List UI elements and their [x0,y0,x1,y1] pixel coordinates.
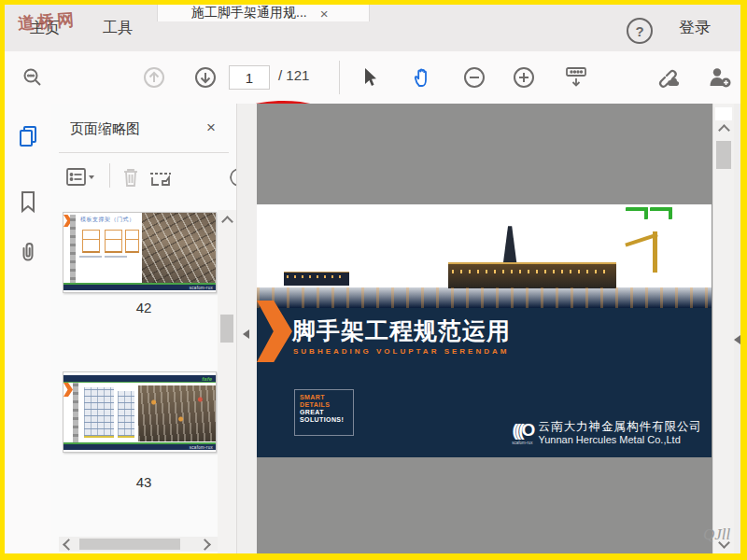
options-list-icon [65,167,97,188]
company-names: 云南大力神金属构件有限公司 Yunnan Hercules Metal Co.,… [539,420,703,446]
thumbnail-panel: 页面缩略图 × [51,104,236,553]
right-pane-edge [734,104,740,553]
page-thumbnails-nav-button[interactable] [16,124,40,148]
thumbnail-page-42-label: 42 [51,300,236,315]
panel-divider [59,152,229,153]
page-number-input[interactable]: 1 [229,65,270,90]
slide42-caption-bar [79,256,102,258]
panel-scroll-left-button[interactable] [61,537,76,552]
rotate-icon-partial[interactable] [221,165,236,189]
oil-rig-photo [257,213,712,308]
search-icon [21,66,44,89]
login-button[interactable]: 登录 [679,17,711,38]
slide43-footer: scafom-rux [63,444,216,450]
slide43-header-bar: fafe [63,375,216,383]
arrow-up-circle-icon [142,65,166,90]
hand-tool-button[interactable] [410,64,436,91]
platform-silhouette [448,262,616,288]
slide42-caption-bar [105,256,127,258]
search-button[interactable] [20,64,46,91]
collapse-right-pane-handle[interactable] [734,335,740,344]
panel-resize-strip[interactable] [236,104,258,553]
zoom-out-button[interactable] [461,64,487,91]
document-page: 脚手架工程规范运用 SUBHEADING VOLUPTAR SERENDAM S… [257,204,712,457]
chevron-left-icon [63,539,75,551]
tab-tools-label: 工具 [103,19,133,38]
paperclip-icon [17,240,39,264]
platform-lights [452,270,611,273]
company-name-en: Yunnan Hercules Metal Co.,Ltd [539,434,703,446]
thumbnail-page-42[interactable]: 模板支撑架（门式） scafom-rux [63,212,217,293]
slide43-scaffold-tower [84,387,114,438]
slide42-footer: scafom-rux [63,285,216,290]
slide-badge-box: SMART DETAILS GREAT SOLUTIONS! [294,389,354,436]
tab-document[interactable]: 施工脚手架通用规... × [157,5,370,21]
next-page-button[interactable] [192,64,218,91]
slide43-scaffold-tower [118,391,134,438]
previous-page-button[interactable] [141,64,167,91]
document-tab-title: 施工脚手架通用规... [191,5,307,21]
chevron-up-icon [221,216,233,228]
scrollbar-top-cap [715,107,732,120]
thumbnail-options-button[interactable] [64,165,98,189]
slide42-title: 模板支撑架（门式） [80,216,135,224]
panel-toolbar-separator [109,163,110,188]
share-link-button[interactable] [655,64,681,91]
trash-icon [120,166,141,189]
app-inner: 主页 工具 施工脚手架通用规... × ? 登录 道桥网 [5,5,740,553]
toolbar-separator [339,61,340,94]
delete-pages-button[interactable] [119,165,143,189]
slide42-frame-diagram [105,230,122,253]
scafom-logo-glyph: (((O [512,420,532,440]
panel-scrollbar-thumb[interactable] [220,315,233,343]
collapse-panel-handle[interactable] [243,329,249,339]
main-scroll-up-button[interactable] [713,122,734,137]
zoom-in-button[interactable] [511,64,537,91]
page-thumbnails-icon [17,124,39,148]
navigation-rail [5,104,52,553]
panel-scroll-right-button[interactable] [197,537,212,552]
slide42-frame-diagram [125,230,139,253]
page-display-button[interactable] [563,64,589,91]
tab-bar: 主页 工具 施工脚手架通用规... × ? 登录 道桥网 [5,5,740,51]
watermark-top: 道桥网 [17,8,78,35]
main-scrollbar-thumb[interactable] [716,141,731,169]
panel-hscrollbar-thumb[interactable] [79,539,180,550]
close-tab-icon[interactable]: × [320,6,329,21]
company-logo-row: (((O scafom-rux 云南大力神金属构件有限公司 Yunnan Her… [512,420,702,446]
hand-tool-icon [412,66,434,89]
slide-chevron-icon [257,301,292,362]
cursor-arrow-icon [360,67,381,88]
person-add-icon [707,65,733,90]
panel-close-icon[interactable]: × [206,119,216,137]
document-view[interactable]: 脚手架工程规范运用 SUBHEADING VOLUPTAR SERENDAM S… [257,104,712,553]
page-count-label: / 121 [278,67,309,83]
chevron-right-icon [199,539,211,551]
select-tool-button[interactable] [358,64,384,91]
badge-line: SMART [300,394,353,401]
tab-tools[interactable]: 工具 [87,5,148,51]
zoom-in-icon [512,65,536,90]
help-button[interactable]: ? [627,18,653,44]
split-pages-button[interactable] [148,165,173,189]
panel-title: 页面缩略图 [70,120,140,138]
slide43-chevron-icon [63,383,73,397]
slide43-pole-image [73,383,78,442]
scafom-brand-label: scafom-rux [512,441,532,445]
split-pages-icon [148,166,173,189]
badge-line: SOLUTIONS! [300,416,353,424]
slide-subtitle: SUBHEADING VOLUPTAR SERENDAM [293,347,509,356]
panel-scroll-up-button[interactable] [218,214,236,229]
sign-in-person-button[interactable] [707,64,733,91]
attachments-nav-button[interactable] [16,240,40,264]
slide42-photo [142,213,216,288]
help-icon: ? [635,23,643,39]
slide43-footer-logo: scafom-rux [190,445,213,450]
bookmarks-nav-button[interactable] [16,189,40,214]
company-name-cn: 云南大力神金属构件有限公司 [539,420,703,434]
thumbnail-page-43[interactable]: fafe scafom-rux [63,371,217,453]
main-vertical-scrollbar[interactable] [712,104,735,553]
panel-vertical-scrollbar[interactable] [218,210,236,553]
panel-horizontal-scrollbar[interactable] [59,537,218,552]
dock-structures [284,272,349,286]
